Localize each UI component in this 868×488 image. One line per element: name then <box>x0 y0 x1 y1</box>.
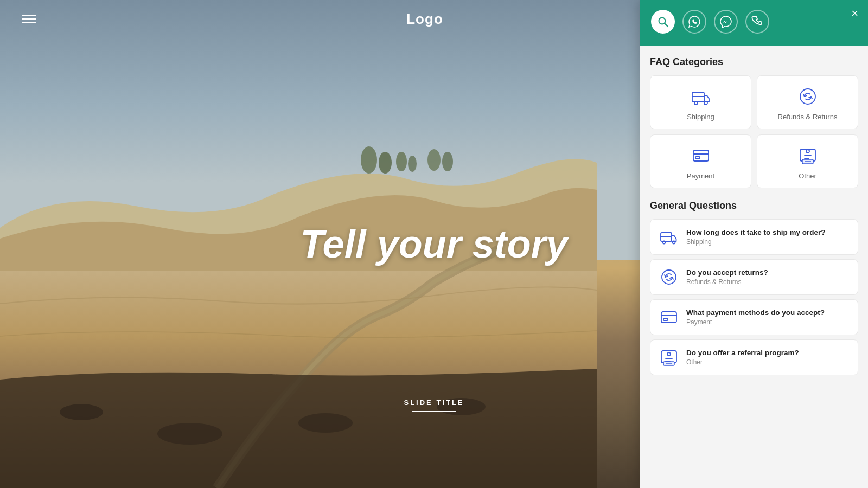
menu-icon[interactable] <box>22 12 36 26</box>
svg-point-16 <box>704 101 707 105</box>
svg-line-13 <box>665 23 668 27</box>
whatsapp-button[interactable] <box>682 10 706 34</box>
svg-point-30 <box>673 241 675 244</box>
faq-item-1-text: How long does it take to ship my order? … <box>686 228 849 246</box>
faq-item-2[interactable]: Do you accept returns? Refunds & Returns <box>650 259 858 295</box>
refunds-category-icon <box>797 86 819 107</box>
faq-item-2-category: Refunds & Returns <box>686 278 849 286</box>
svg-rect-14 <box>692 92 704 102</box>
svg-point-9 <box>157 423 222 445</box>
faq-item-4-question: Do you offer a referral program? <box>686 349 849 357</box>
faq-item-3-text: What payment methods do you accept? Paym… <box>686 309 849 326</box>
phone-icon <box>751 16 763 28</box>
chat-panel: × <box>640 0 868 488</box>
svg-point-15 <box>694 101 698 105</box>
other-category-icon <box>797 145 819 166</box>
faq-item-3-question: What payment methods do you accept? <box>686 309 849 317</box>
svg-rect-21 <box>695 157 700 159</box>
svg-point-6 <box>427 149 441 171</box>
payment-category-icon <box>690 145 712 166</box>
refunds-label: Refunds & Returns <box>778 113 838 121</box>
faq-item-3[interactable]: What payment methods do you accept? Paym… <box>650 299 858 335</box>
faq-list: How long does it take to ship my order? … <box>650 219 858 375</box>
messenger-button[interactable] <box>714 10 738 34</box>
faq-other-icon <box>659 348 679 367</box>
svg-point-2 <box>361 146 377 174</box>
general-questions-section: General Questions How long does it take … <box>650 200 858 375</box>
svg-rect-35 <box>663 318 668 320</box>
svg-point-23 <box>806 150 809 153</box>
messenger-icon <box>719 15 732 28</box>
close-button[interactable]: × <box>851 8 858 20</box>
whatsapp-icon <box>688 15 701 28</box>
hero-headline: Tell your story <box>300 222 567 266</box>
slide-title: SLIDE TITLE <box>404 399 464 407</box>
category-other[interactable]: Other <box>757 134 858 188</box>
category-refunds[interactable]: Refunds & Returns <box>757 75 858 129</box>
faq-item-3-category: Payment <box>686 318 849 326</box>
svg-point-37 <box>667 352 671 356</box>
phone-button[interactable] <box>745 10 769 34</box>
panel-body: FAQ Categories Shipping <box>640 46 868 488</box>
svg-rect-33 <box>661 312 676 323</box>
shipping-category-icon <box>690 86 712 107</box>
shipping-label: Shipping <box>687 113 714 121</box>
payment-label: Payment <box>687 172 714 180</box>
faq-categories-title: FAQ Categories <box>650 56 858 68</box>
faq-item-2-text: Do you accept returns? Refunds & Returns <box>686 268 849 286</box>
other-label: Other <box>799 172 816 180</box>
svg-point-32 <box>662 270 676 284</box>
svg-rect-19 <box>693 150 709 161</box>
faq-item-4-text: Do you offer a referral program? Other <box>686 349 849 366</box>
faq-refunds-icon <box>659 267 679 287</box>
svg-point-18 <box>800 89 815 104</box>
slide-title-line <box>412 411 456 412</box>
svg-point-5 <box>408 156 417 172</box>
general-questions-title: General Questions <box>650 200 858 211</box>
svg-point-3 <box>379 152 392 174</box>
svg-point-29 <box>663 241 666 244</box>
category-payment[interactable]: Payment <box>650 134 751 188</box>
svg-point-4 <box>396 152 407 171</box>
svg-point-7 <box>442 152 453 171</box>
search-icon <box>657 16 669 28</box>
logo: Logo <box>406 11 443 28</box>
faq-categories-section: FAQ Categories Shipping <box>650 56 858 188</box>
faq-item-1[interactable]: How long does it take to ship my order? … <box>650 219 858 255</box>
faq-payment-icon <box>659 307 679 327</box>
faq-item-4[interactable]: Do you offer a referral program? Other <box>650 339 858 375</box>
faq-item-4-category: Other <box>686 358 849 366</box>
search-button[interactable] <box>651 10 675 34</box>
faq-categories-grid: Shipping Refunds & Returns <box>650 75 858 188</box>
panel-header: × <box>640 0 868 46</box>
icon-row <box>651 10 857 34</box>
faq-shipping-icon <box>659 227 679 247</box>
category-shipping[interactable]: Shipping <box>650 75 751 129</box>
faq-item-1-category: Shipping <box>686 238 849 246</box>
svg-point-10 <box>298 413 353 433</box>
faq-item-2-question: Do you accept returns? <box>686 268 849 277</box>
faq-item-1-question: How long does it take to ship my order? <box>686 228 849 236</box>
